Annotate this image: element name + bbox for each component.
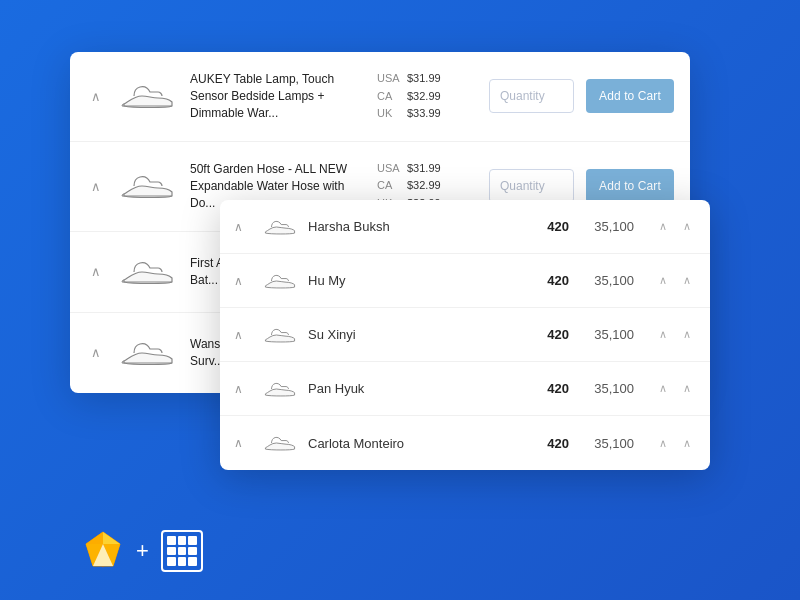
row-chevron-1[interactable]: ∧: [86, 89, 106, 104]
arrow-up-icon[interactable]: ∧: [654, 326, 672, 344]
grid-cell: [188, 557, 197, 566]
grid-cell: [178, 536, 187, 545]
plus-icon: +: [136, 538, 149, 564]
user-thumb-3: [262, 323, 298, 347]
user-chevron-1[interactable]: ∧: [234, 220, 252, 234]
user-score-3: 35,100: [579, 327, 634, 342]
user-score-2: 35,100: [579, 273, 634, 288]
arrow-down-icon[interactable]: ∧: [678, 272, 696, 290]
bottom-icons-area: +: [82, 530, 203, 572]
row-chevron-4[interactable]: ∧: [86, 345, 106, 360]
add-to-cart-button-2[interactable]: Add to Cart: [586, 169, 674, 203]
user-name-2: Hu My: [308, 273, 519, 288]
user-arrows-3: ∧ ∧: [654, 326, 696, 344]
user-name-1: Harsha Buksh: [308, 219, 519, 234]
product-thumb-2: [118, 164, 178, 208]
product-info-1: AUKEY Table Lamp, Touch Sensor Bedside L…: [190, 71, 365, 121]
arrow-down-icon[interactable]: ∧: [678, 326, 696, 344]
product-thumb-3: [118, 250, 178, 294]
user-row: ∧ Hu My 420 35,100 ∧ ∧: [220, 254, 710, 308]
user-panel: ∧ Harsha Buksh 420 35,100 ∧ ∧ ∧ Hu My 42…: [220, 200, 710, 470]
grid-cell: [167, 547, 176, 556]
user-chevron-2[interactable]: ∧: [234, 274, 252, 288]
user-chevron-3[interactable]: ∧: [234, 328, 252, 342]
user-chevron-4[interactable]: ∧: [234, 382, 252, 396]
user-num-2: 420: [529, 273, 569, 288]
user-num-4: 420: [529, 381, 569, 396]
user-arrows-1: ∧ ∧: [654, 218, 696, 236]
product-thumb-4: [118, 331, 178, 375]
user-row: ∧ Harsha Buksh 420 35,100 ∧ ∧: [220, 200, 710, 254]
user-row: ∧ Carlota Monteiro 420 35,100 ∧ ∧: [220, 416, 710, 470]
user-thumb-5: [262, 431, 298, 455]
grid-cell: [178, 547, 187, 556]
arrow-up-icon[interactable]: ∧: [654, 434, 672, 452]
user-num-3: 420: [529, 327, 569, 342]
user-num-1: 420: [529, 219, 569, 234]
user-arrows-4: ∧ ∧: [654, 380, 696, 398]
product-row: ∧ AUKEY Table Lamp, Touch Sensor Bedside…: [70, 52, 690, 142]
grid-cell: [167, 557, 176, 566]
user-thumb-4: [262, 377, 298, 401]
user-row: ∧ Su Xinyi 420 35,100 ∧ ∧: [220, 308, 710, 362]
arrow-down-icon[interactable]: ∧: [678, 380, 696, 398]
grid-cell: [167, 536, 176, 545]
user-score-1: 35,100: [579, 219, 634, 234]
row-chevron-3[interactable]: ∧: [86, 264, 106, 279]
user-name-3: Su Xinyi: [308, 327, 519, 342]
quantity-input-2[interactable]: [489, 169, 574, 203]
arrow-up-icon[interactable]: ∧: [654, 218, 672, 236]
user-row: ∧ Pan Hyuk 420 35,100 ∧ ∧: [220, 362, 710, 416]
user-num-5: 420: [529, 436, 569, 451]
sketch-logo-icon: [82, 530, 124, 572]
user-arrows-2: ∧ ∧: [654, 272, 696, 290]
arrow-down-icon[interactable]: ∧: [678, 434, 696, 452]
quantity-input-1[interactable]: [489, 79, 574, 113]
user-chevron-5[interactable]: ∧: [234, 436, 252, 450]
add-to-cart-button-1[interactable]: Add to Cart: [586, 79, 674, 113]
arrow-up-icon[interactable]: ∧: [654, 272, 672, 290]
user-name-5: Carlota Monteiro: [308, 436, 519, 451]
arrow-down-icon[interactable]: ∧: [678, 218, 696, 236]
user-thumb-1: [262, 215, 298, 239]
arrow-up-icon[interactable]: ∧: [654, 380, 672, 398]
row-chevron-2[interactable]: ∧: [86, 179, 106, 194]
user-thumb-2: [262, 269, 298, 293]
grid-cell: [178, 557, 187, 566]
user-score-4: 35,100: [579, 381, 634, 396]
product-thumb-1: [118, 74, 178, 118]
user-score-5: 35,100: [579, 436, 634, 451]
user-name-4: Pan Hyuk: [308, 381, 519, 396]
product-prices-1: USA$31.99 CA$32.99 UK$33.99: [377, 70, 477, 123]
product-name-1: AUKEY Table Lamp, Touch Sensor Bedside L…: [190, 71, 365, 121]
grid-icon: [161, 530, 203, 572]
grid-cell: [188, 547, 197, 556]
user-arrows-5: ∧ ∧: [654, 434, 696, 452]
grid-cell: [188, 536, 197, 545]
